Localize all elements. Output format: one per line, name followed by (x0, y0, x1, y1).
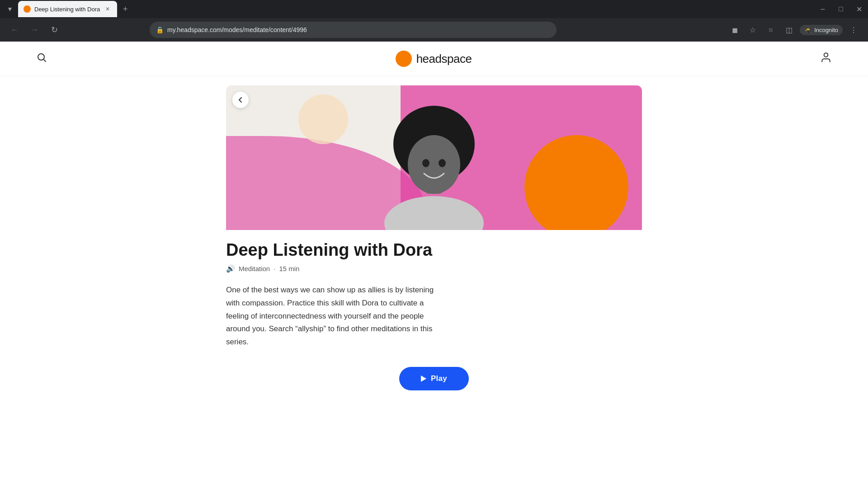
search-icon[interactable] (36, 52, 47, 66)
card-image (226, 85, 642, 230)
ssl-lock-icon: 🔒 (156, 26, 164, 33)
tab-bar: ▼ Deep Listening with Dora ✕ + – □ ✕ (0, 0, 868, 18)
meditation-icon: 🔊 (226, 264, 235, 273)
new-tab-btn[interactable]: + (119, 3, 132, 15)
sidebar-icon[interactable]: ◫ (782, 23, 796, 37)
site-header: headspace (0, 42, 868, 76)
svg-point-3 (384, 196, 484, 230)
browser-chrome: ▼ Deep Listening with Dora ✕ + – □ ✕ ← →… (0, 0, 868, 42)
logo-circle (396, 51, 412, 67)
svg-point-8 (408, 135, 460, 194)
main-content: Deep Listening with Dora 🔊 Meditation · … (217, 76, 651, 423)
svg-point-9 (422, 159, 429, 167)
url-text: my.headspace.com/modes/meditate/content/… (167, 26, 550, 33)
minimize-btn[interactable]: – (817, 4, 828, 14)
reload-btn[interactable]: ↻ (47, 23, 61, 37)
back-nav-btn[interactable]: ← (7, 23, 22, 37)
more-options-btn[interactable]: ⋮ (846, 23, 861, 37)
restore-btn[interactable]: □ (835, 4, 846, 14)
tab-title: Deep Listening with Dora (34, 6, 100, 13)
incognito-badge[interactable]: 🥷 Incognito (800, 25, 843, 35)
play-icon (421, 375, 426, 382)
tab-favicon (24, 5, 31, 13)
bg-cream-circle (298, 94, 348, 144)
meta-duration: 15 min (279, 265, 299, 272)
meta-separator: · (274, 265, 275, 272)
forward-nav-btn[interactable]: → (27, 23, 42, 37)
meta-type: Meditation (239, 265, 270, 272)
play-button-wrapper: Play (226, 367, 642, 390)
chrome-extension-icon[interactable]: ◾ (764, 23, 778, 37)
content-title: Deep Listening with Dora (226, 241, 642, 260)
page-content: headspace (0, 42, 868, 488)
content-meta: 🔊 Meditation · 15 min (226, 264, 642, 273)
back-button[interactable] (232, 92, 249, 108)
close-btn[interactable]: ✕ (854, 4, 864, 14)
bookmark-icon[interactable]: ☆ (745, 23, 760, 37)
play-label: Play (431, 374, 447, 383)
svg-point-10 (439, 159, 446, 167)
tab-switcher-btn[interactable]: ▼ (4, 3, 16, 15)
incognito-label: Incognito (814, 27, 838, 33)
person-figure (366, 90, 502, 230)
window-controls: – □ ✕ (817, 4, 864, 14)
content-card: Deep Listening with Dora 🔊 Meditation · … (226, 85, 642, 405)
cast-icon[interactable]: ◼ (727, 23, 742, 37)
content-description: One of the best ways we can show up as a… (226, 284, 443, 349)
svg-point-2 (824, 53, 828, 57)
user-account-icon[interactable] (820, 52, 832, 66)
toolbar-icons: ◼ ☆ ◾ ◫ 🥷 Incognito ⋮ (727, 23, 861, 37)
address-bar: ← → ↻ 🔒 my.headspace.com/modes/meditate/… (0, 18, 868, 42)
tab-close-btn[interactable]: ✕ (104, 5, 112, 13)
svg-point-0 (38, 54, 44, 60)
active-tab[interactable]: Deep Listening with Dora ✕ (18, 1, 117, 17)
svg-line-1 (44, 60, 46, 61)
incognito-icon: 🥷 (804, 27, 811, 33)
play-button[interactable]: Play (399, 367, 469, 390)
logo-text: headspace (416, 52, 472, 66)
card-text-section: Deep Listening with Dora 🔊 Meditation · … (226, 230, 642, 405)
url-bar[interactable]: 🔒 my.headspace.com/modes/meditate/conten… (150, 22, 557, 38)
headspace-logo[interactable]: headspace (396, 51, 472, 67)
